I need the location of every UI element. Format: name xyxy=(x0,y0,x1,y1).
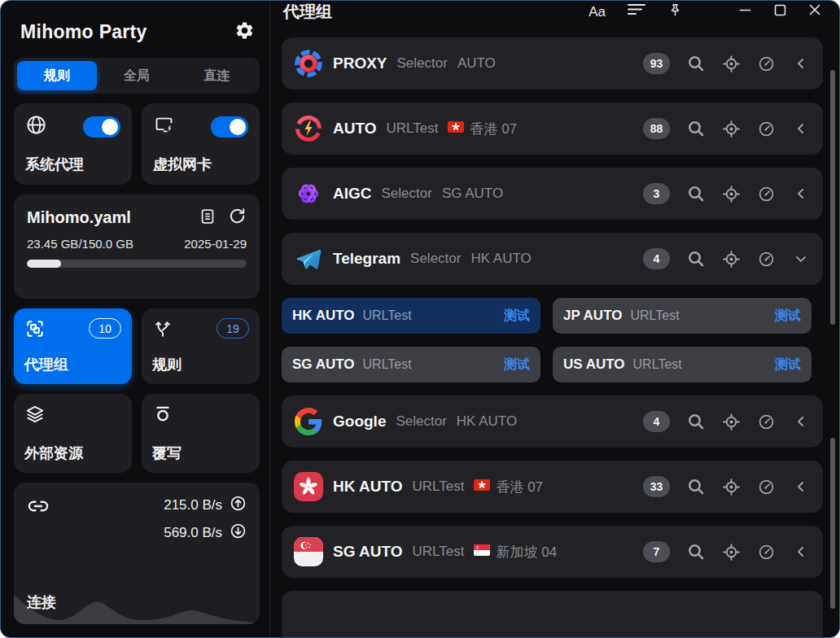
locate-icon[interactable] xyxy=(721,119,741,138)
group-row-partial[interactable] xyxy=(282,591,823,638)
group-type: Selector xyxy=(410,251,461,267)
sidebar-item-rules[interactable]: 19 规则 xyxy=(142,308,260,384)
sort-button[interactable] xyxy=(628,2,645,21)
locate-icon[interactable] xyxy=(721,412,741,431)
sg-flag-icon xyxy=(294,537,323,566)
gear-icon xyxy=(234,20,255,43)
chevron-left-icon[interactable] xyxy=(791,412,811,431)
chevron-left-icon[interactable] xyxy=(791,542,811,562)
profile-card[interactable]: Mihomo.yaml 23.45 GB/150.0 GB xyxy=(14,194,260,299)
sg-flag-icon xyxy=(474,544,490,560)
hk-flag-icon xyxy=(294,472,323,501)
locate-icon[interactable] xyxy=(721,54,741,73)
upload-speed: 215.0 B/s xyxy=(164,497,222,513)
toggle-knob xyxy=(230,119,246,135)
search-icon[interactable] xyxy=(686,249,706,269)
mode-tab-global[interactable]: 全局 xyxy=(97,61,177,90)
group-row-google[interactable]: Google Selector HK AUTO 4 xyxy=(282,395,823,448)
main-header: 代理组 Aa xyxy=(282,1,823,23)
node-count-badge: 3 xyxy=(643,183,670,204)
connections-label: 连接 xyxy=(27,592,247,612)
node-count-badge: 93 xyxy=(643,53,670,74)
group-row-sg-auto[interactable]: SG AUTO URLTest 新加坡 04 7 xyxy=(282,526,823,578)
chevron-left-icon[interactable] xyxy=(791,184,811,203)
main-panel: 代理组 Aa xyxy=(269,1,839,637)
chevron-down-icon[interactable] xyxy=(791,249,811,269)
edit-profile-button[interactable] xyxy=(199,208,217,228)
group-row-aigc[interactable]: AIGC Selector SG AUTO 3 xyxy=(282,168,823,220)
search-icon[interactable] xyxy=(686,184,706,203)
sidebar-item-override[interactable]: 覆写 xyxy=(142,394,260,473)
group-name: AUTO xyxy=(333,120,376,138)
proxy-name: JP AUTO xyxy=(563,308,622,324)
settings-button[interactable] xyxy=(234,20,255,43)
tun-toggle[interactable] xyxy=(211,116,248,138)
scrollbar-thumb[interactable] xyxy=(830,70,835,325)
chevron-left-icon[interactable] xyxy=(791,54,811,73)
test-delay-link[interactable]: 测试 xyxy=(504,308,530,325)
group-current-node: HK AUTO xyxy=(470,251,531,267)
proxy-type: URLTest xyxy=(633,357,682,372)
speedtest-icon[interactable] xyxy=(756,249,776,269)
search-icon[interactable] xyxy=(686,54,706,73)
close-button[interactable] xyxy=(808,3,821,20)
pin-button[interactable] xyxy=(667,2,683,23)
proxy-group-icon xyxy=(24,318,46,343)
group-name: PROXY xyxy=(333,55,387,72)
search-icon[interactable] xyxy=(686,477,706,496)
maximize-icon xyxy=(774,4,786,20)
node-count-badge: 7 xyxy=(643,541,670,562)
group-row-proxy[interactable]: PROXY Selector AUTO 93 xyxy=(282,37,823,90)
rules-branch-icon xyxy=(152,318,173,343)
search-icon[interactable] xyxy=(686,412,706,431)
minimize-icon xyxy=(738,3,752,21)
speedtest-icon[interactable] xyxy=(756,412,776,431)
speedtest-icon[interactable] xyxy=(756,184,776,203)
node-count-badge: 33 xyxy=(643,476,670,497)
locate-icon[interactable] xyxy=(721,249,741,269)
speedtest-icon[interactable] xyxy=(756,54,776,73)
mode-tab-rule[interactable]: 规则 xyxy=(17,61,97,90)
telegram-icon xyxy=(294,244,323,273)
group-row-auto[interactable]: AUTO URLTest 香港 07 88 xyxy=(282,103,823,155)
proxy-item-hk-auto[interactable]: HK AUTO URLTest 测试 xyxy=(282,298,540,334)
group-current-text: SG AUTO xyxy=(442,186,503,202)
update-profile-button[interactable] xyxy=(228,207,247,228)
sidebar-item-proxy-groups[interactable]: 10 代理组 xyxy=(14,308,132,384)
speedtest-icon[interactable] xyxy=(756,119,776,138)
mode-tab-global-label: 全局 xyxy=(124,68,150,85)
locate-icon[interactable] xyxy=(721,477,741,496)
test-delay-link[interactable]: 测试 xyxy=(504,356,530,374)
group-row-hk-auto[interactable]: HK AUTO URLTest 香港 07 33 xyxy=(282,461,823,513)
maximize-button[interactable] xyxy=(774,4,786,20)
group-current-text: 香港 07 xyxy=(470,120,517,138)
speedtest-icon[interactable] xyxy=(756,542,776,562)
search-icon[interactable] xyxy=(686,119,706,138)
proxy-item-sg-auto[interactable]: SG AUTO URLTest 测试 xyxy=(282,347,540,382)
locate-icon[interactable] xyxy=(721,542,741,562)
locate-icon[interactable] xyxy=(721,184,741,203)
speedtest-icon[interactable] xyxy=(756,477,776,496)
group-row-telegram[interactable]: Telegram Selector HK AUTO 4 xyxy=(282,233,823,285)
test-delay-link[interactable]: 测试 xyxy=(775,356,801,374)
connections-card[interactable]: 215.0 B/s 569.0 B/s 连接 xyxy=(14,483,260,624)
system-proxy-toggle[interactable] xyxy=(83,116,120,138)
chevron-left-icon[interactable] xyxy=(791,477,811,496)
group-current-node: 新加坡 04 xyxy=(474,543,557,562)
tun-card[interactable]: 虚拟网卡 xyxy=(142,103,260,185)
chevron-left-icon[interactable] xyxy=(791,119,811,138)
scrollbar-thumb[interactable] xyxy=(830,438,835,609)
text-size-button[interactable]: Aa xyxy=(588,4,606,20)
system-proxy-card[interactable]: 系统代理 xyxy=(14,103,132,185)
test-delay-link[interactable]: 测试 xyxy=(775,308,801,325)
proxy-type: URLTest xyxy=(363,357,412,372)
sidebar-item-external-resources[interactable]: 外部资源 xyxy=(14,394,132,473)
minimize-button[interactable] xyxy=(738,3,752,21)
proxy-item-jp-auto[interactable]: JP AUTO URLTest 测试 xyxy=(553,298,812,334)
search-icon[interactable] xyxy=(686,542,706,562)
group-type: URLTest xyxy=(413,478,465,495)
app-title: Mihomo Party xyxy=(20,21,147,43)
mode-tab-direct[interactable]: 直连 xyxy=(177,61,256,90)
group-current-text: 香港 07 xyxy=(496,478,543,496)
proxy-item-us-auto[interactable]: US AUTO URLTest 测试 xyxy=(553,347,812,382)
